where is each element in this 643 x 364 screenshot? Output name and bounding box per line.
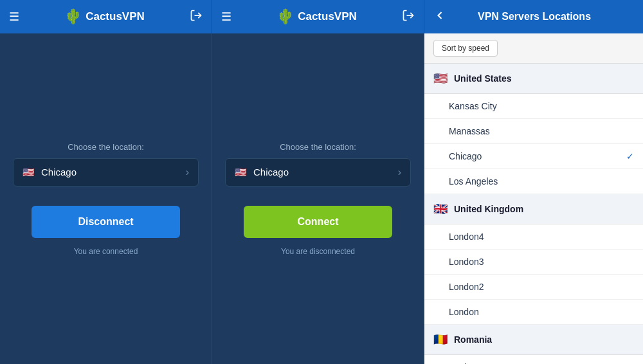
cactus-icon-left: 🌵 — [64, 8, 82, 25]
server-list: 🇺🇸 United States Kansas City Manassas Ch… — [424, 64, 643, 364]
country-flag: 🇷🇴 — [433, 332, 448, 347]
disconnected-panel: ☰ 🌵 CactusVPN Choose the location: 🇺🇸 Ch… — [212, 0, 424, 364]
location-selector-left[interactable]: 🇺🇸 Chicago › — [13, 158, 199, 187]
city-row[interactable]: London — [424, 300, 643, 325]
city-name: Kansas City — [449, 101, 497, 111]
left-body: Choose the location: 🇺🇸 Chicago › Discon… — [0, 33, 212, 364]
flag-left: 🇺🇸 — [23, 167, 35, 178]
back-icon[interactable] — [433, 9, 446, 25]
left-header: ☰ 🌵 CactusVPN — [0, 0, 212, 33]
city-name: Chicago — [449, 151, 482, 161]
city-name: London4 — [449, 232, 484, 242]
chevron-right-left: › — [186, 167, 189, 178]
sort-bar: Sort by speed — [424, 33, 643, 64]
city-name: London2 — [449, 282, 484, 292]
city-row[interactable]: London4 — [424, 224, 643, 250]
connected-panel: ☰ 🌵 CactusVPN Choose the location: 🇺🇸 Ch… — [0, 0, 212, 364]
flag-mid: 🇺🇸 — [235, 167, 247, 178]
location-name-left: Chicago — [41, 167, 77, 177]
country-name: United States — [454, 73, 511, 84]
city-name: Manassas — [449, 126, 490, 136]
country-row: 🇷🇴 Romania — [424, 325, 643, 355]
country-flag: 🇬🇧 — [433, 202, 448, 216]
location-selector-mid[interactable]: 🇺🇸 Chicago › — [225, 158, 411, 187]
city-name: London3 — [449, 257, 484, 267]
exit-icon-mid[interactable] — [402, 9, 415, 25]
disconnected-status: You are disconnected — [281, 247, 355, 256]
hamburger-icon[interactable]: ☰ — [9, 10, 19, 24]
city-row[interactable]: London2 — [424, 275, 643, 300]
middle-logo: 🌵 CactusVPN — [276, 8, 357, 25]
location-label-mid: Choose the location: — [280, 142, 356, 152]
location-label-left: Choose the location: — [68, 142, 144, 152]
hamburger-icon-mid[interactable]: ☰ — [221, 10, 231, 24]
city-row[interactable]: Manassas — [424, 119, 643, 144]
exit-icon-left[interactable] — [190, 9, 203, 25]
left-logo: 🌵 CactusVPN — [64, 8, 145, 25]
connected-status: You are connected — [74, 247, 138, 256]
app-name-mid: CactusVPN — [298, 10, 357, 23]
server-list-header: VPN Servers Locations — [424, 0, 643, 33]
cactus-icon-mid: 🌵 — [276, 8, 294, 25]
flag-text-left: 🇺🇸 Chicago — [23, 167, 77, 178]
server-list-panel: VPN Servers Locations Sort by speed 🇺🇸 U… — [424, 0, 643, 364]
city-row[interactable]: Bucharest — [424, 355, 643, 364]
disconnect-button[interactable]: Disconnect — [32, 206, 180, 238]
country-row: 🇬🇧 United Kingdom — [424, 194, 643, 224]
server-list-title: VPN Servers Locations — [454, 11, 634, 23]
city-name: London — [449, 307, 479, 317]
city-row[interactable]: London3 — [424, 250, 643, 275]
middle-body: Choose the location: 🇺🇸 Chicago › Connec… — [212, 33, 424, 364]
country-name: Romania — [454, 334, 492, 345]
connect-button[interactable]: Connect — [244, 206, 392, 238]
city-row[interactable]: Chicago ✓ — [424, 144, 643, 169]
sort-by-speed-button[interactable]: Sort by speed — [433, 40, 498, 57]
flag-text-mid: 🇺🇸 Chicago — [235, 167, 289, 178]
city-row[interactable]: Los Angeles — [424, 169, 643, 194]
middle-header: ☰ 🌵 CactusVPN — [212, 0, 424, 33]
country-row: 🇺🇸 United States — [424, 64, 643, 94]
app-name-left: CactusVPN — [86, 10, 145, 23]
city-name: Los Angeles — [449, 176, 498, 187]
country-name: United Kingdom — [454, 204, 523, 214]
location-name-mid: Chicago — [253, 167, 289, 177]
country-flag: 🇺🇸 — [433, 71, 448, 86]
chevron-right-mid: › — [398, 167, 401, 178]
selected-checkmark: ✓ — [626, 151, 634, 161]
city-row[interactable]: Kansas City — [424, 94, 643, 119]
